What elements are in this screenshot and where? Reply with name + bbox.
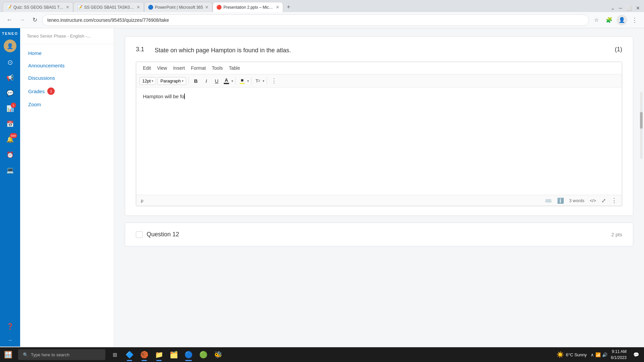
rich-text-editor: Edit View Insert Format Tools Table 12pt… xyxy=(136,62,622,206)
tab2-close[interactable]: ✕ xyxy=(137,5,140,10)
toolbar-separator-3 xyxy=(251,77,252,84)
new-tab-button[interactable]: + xyxy=(283,2,293,12)
extensions-button[interactable]: 🧩 xyxy=(604,15,614,25)
highlight-color-button[interactable]: ■ xyxy=(238,76,246,85)
sidebar-icon-clock[interactable]: ⏰ xyxy=(3,147,17,162)
tab-4-active[interactable]: 🔴 Presentation 2.pptx – Microsoft P... ✕ xyxy=(213,2,283,12)
nav-sidebar-subtitle: Teneo Senior Phase - English -... xyxy=(20,34,114,44)
sidebar-icon-video[interactable]: 💻 xyxy=(3,163,17,178)
user-avatar[interactable]: 👤 xyxy=(4,40,16,52)
question-text: State on which page Hampton is found in … xyxy=(155,46,603,55)
tray-arrow-icon[interactable]: ∧ xyxy=(591,352,594,357)
taskbar-app-basketball[interactable]: 🏀 xyxy=(137,347,152,362)
taskbar-app-file-explorer[interactable]: 📁 xyxy=(152,347,166,362)
taskbar-right: ☀️ 6°C Sunny ∧ 📶 🔊 9:11 AM 6/1/2023 💬 xyxy=(553,347,644,362)
tab4-favicon: 🔴 xyxy=(216,5,222,10)
tab-1[interactable]: 📝 Quiz: SS GEOG SBA01 TASK002 E... ✕ xyxy=(3,2,73,12)
text-color-button[interactable]: A xyxy=(222,76,230,85)
info-icon[interactable]: ℹ️ xyxy=(557,197,564,204)
browser-chrome: 📝 Quiz: SS GEOG SBA01 TASK002 E... ✕ 📝 S… xyxy=(0,0,644,28)
text-color-chevron[interactable]: ▾ xyxy=(231,79,233,83)
system-tray-icons: ∧ 📶 🔊 xyxy=(591,352,607,357)
editor-menubar: Edit View Insert Format Tools Table xyxy=(136,62,622,74)
menu-table[interactable]: Table xyxy=(226,64,243,72)
sidebar-icon-notifications[interactable]: 🔔 668 xyxy=(3,132,17,147)
browser-menu-button[interactable]: ⋮ xyxy=(629,15,640,25)
scrollbar-track[interactable] xyxy=(640,92,643,159)
question-preview-points: 2 pts xyxy=(611,232,622,237)
tab-list-button[interactable]: ⌄ xyxy=(609,4,616,12)
menu-view[interactable]: View xyxy=(154,64,170,72)
taskbar-app-bee[interactable]: 🐝 xyxy=(211,347,225,362)
bold-button[interactable]: B xyxy=(191,76,201,85)
word-count: 3 words xyxy=(569,198,585,203)
taskbar-search[interactable]: 🔍 Type here to search xyxy=(18,349,105,360)
sidebar-item-discussions[interactable]: Discussions xyxy=(20,72,114,84)
underline-button[interactable]: U xyxy=(212,76,221,85)
menu-edit[interactable]: Edit xyxy=(140,64,154,72)
statusbar-right: ⌨️ ℹ️ 3 words </> ⤢ ⋮ xyxy=(545,197,617,204)
weather-widget[interactable]: ☀️ 6°C Sunny xyxy=(553,350,590,360)
reload-button[interactable]: ↻ xyxy=(30,15,40,25)
notifications-badge: 668 xyxy=(10,133,17,138)
sidebar-item-home[interactable]: Home xyxy=(20,47,114,59)
start-button[interactable]: 🪟 xyxy=(0,347,16,362)
clock-widget[interactable]: 9:11 AM 6/1/2023 xyxy=(608,347,629,362)
sidebar-icon-home[interactable]: ⊙ xyxy=(3,55,17,70)
sidebar-icon-calendar[interactable]: 📅 xyxy=(3,117,17,131)
font-size-dropdown[interactable]: 12pt ▾ xyxy=(140,77,156,85)
tab-3[interactable]: 🔵 PowerPoint | Microsoft 365 ✕ xyxy=(144,2,212,12)
bookmark-star-icon[interactable]: ☆ xyxy=(591,15,602,25)
italic-button[interactable]: I xyxy=(202,76,211,85)
tab4-title: Presentation 2.pptx – Microsoft P... xyxy=(223,5,274,10)
keyboard-icon[interactable]: ⌨️ xyxy=(545,197,552,204)
superscript-chevron[interactable]: ▾ xyxy=(263,79,264,83)
tab-2[interactable]: 📝 SS GEOG SBA01 TASK002 EXAM... ✕ xyxy=(73,2,144,12)
sidebar-icon-discussions[interactable]: 💬 xyxy=(3,86,17,101)
statusbar-more-button[interactable]: ⋮ xyxy=(611,197,617,204)
close-window-button[interactable]: ✕ xyxy=(635,4,641,12)
taskbar-app-folder2[interactable]: 🗂️ xyxy=(166,347,181,362)
question-header: 3.1 State on which page Hampton is found… xyxy=(136,46,622,55)
sidebar-item-grades[interactable]: Grades 1 xyxy=(20,84,114,98)
paragraph-dropdown[interactable]: Paragraph ▾ xyxy=(158,77,186,85)
forward-button[interactable]: → xyxy=(17,15,28,25)
code-view-button[interactable]: </> xyxy=(590,198,596,203)
logo-text: TENEO xyxy=(2,32,18,36)
scrollbar-thumb[interactable] xyxy=(640,112,643,129)
address-bar[interactable]: teneo.instructure.com/courses/95453/quiz… xyxy=(42,14,589,26)
taskbar-app-chrome2[interactable]: 🟢 xyxy=(196,347,211,362)
tab3-close[interactable]: ✕ xyxy=(205,5,209,10)
notification-center-button[interactable]: 💬 xyxy=(630,347,642,362)
menu-insert[interactable]: Insert xyxy=(170,64,187,72)
sidebar-collapse-button[interactable]: → xyxy=(7,337,13,343)
taskbar-app-chrome[interactable]: 🔵 xyxy=(181,347,196,362)
maximize-button[interactable]: ⬜ xyxy=(625,4,633,12)
menu-format[interactable]: Format xyxy=(188,64,208,72)
sidebar-icon-announcements[interactable]: 📢 xyxy=(3,70,17,85)
tab1-close[interactable]: ✕ xyxy=(66,5,69,10)
toolbar-more-button[interactable]: ⋮ xyxy=(269,76,279,85)
grades-badge: 1 xyxy=(11,103,16,108)
profile-button[interactable]: 👤 xyxy=(616,15,627,25)
editor-statusbar: p ⌨️ ℹ️ 3 words </> ⤢ ⋮ xyxy=(136,195,622,206)
network-icon[interactable]: 📶 xyxy=(595,352,601,357)
superscript-button[interactable]: T2 xyxy=(254,77,262,84)
sidebar-icon-help[interactable]: ❓ xyxy=(3,319,17,334)
sidebar-item-zoom[interactable]: Zoom xyxy=(20,98,114,111)
sidebar-icon-grades[interactable]: 📊 1 xyxy=(3,101,17,116)
minimize-button[interactable]: ─ xyxy=(618,4,624,12)
sidebar-item-announcements[interactable]: Announcements xyxy=(20,59,114,72)
volume-icon[interactable]: 🔊 xyxy=(602,352,607,357)
editor-content-area[interactable]: Hampton will be fo xyxy=(136,87,622,195)
tab4-close[interactable]: ✕ xyxy=(276,5,279,10)
expand-button[interactable]: ⤢ xyxy=(601,197,606,204)
tab1-title: Quiz: SS GEOG SBA01 TASK002 E... xyxy=(13,5,64,10)
back-button[interactable]: ← xyxy=(4,15,15,25)
menu-tools[interactable]: Tools xyxy=(209,64,226,72)
highlight-chevron[interactable]: ▾ xyxy=(247,79,249,83)
taskbar-taskview[interactable]: ⊞ xyxy=(107,347,122,362)
taskbar-app-msstore[interactable]: 🔷 xyxy=(122,347,137,362)
question-block-3-1: 3.1 State on which page Hampton is found… xyxy=(125,36,633,216)
toolbar-separator-1 xyxy=(189,77,189,84)
